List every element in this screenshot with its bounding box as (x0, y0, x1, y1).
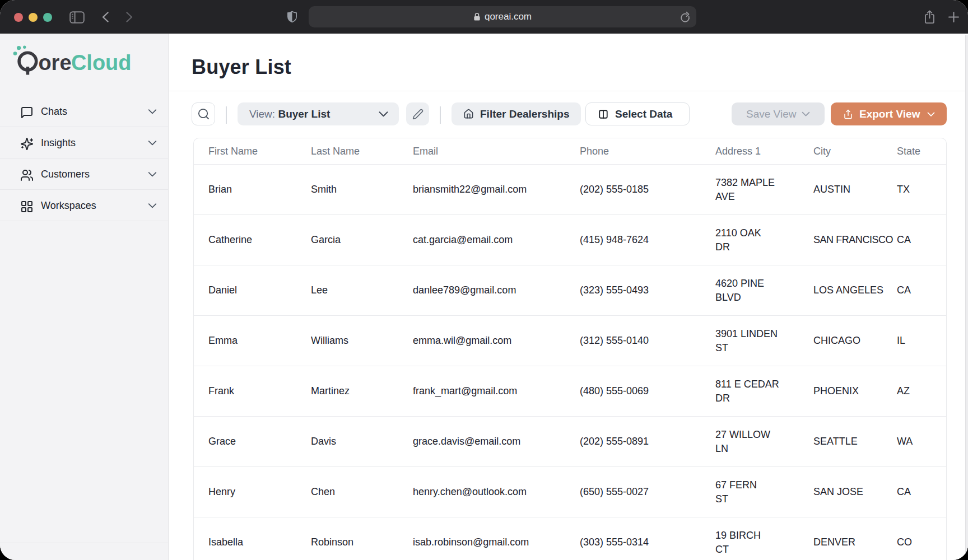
svg-text:Cloud: Cloud (71, 51, 132, 74)
svg-text:ore: ore (38, 51, 71, 74)
